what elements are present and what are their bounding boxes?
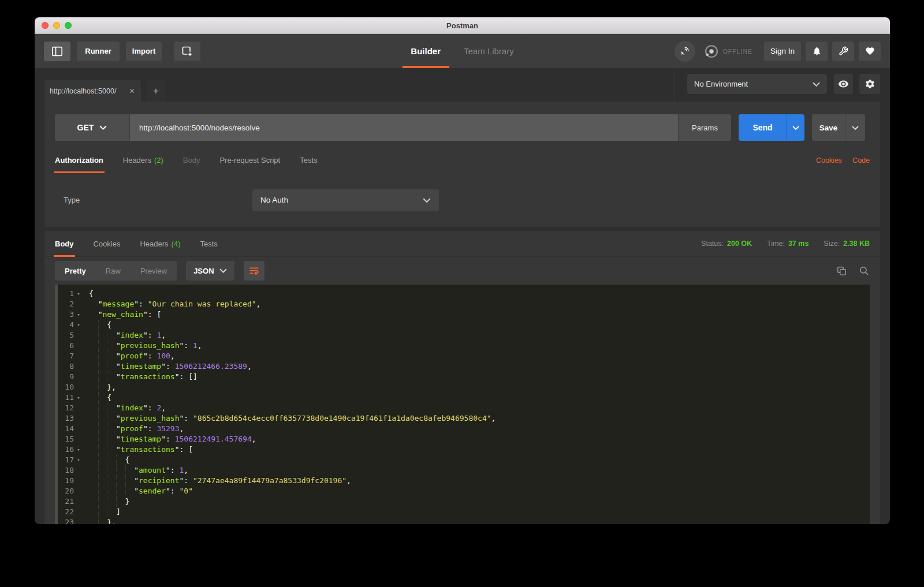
indent-spacer <box>89 392 98 403</box>
indent-spacer <box>89 382 98 392</box>
view-mode-preview[interactable]: Preview <box>131 261 177 281</box>
close-tab-icon[interactable]: × <box>128 87 136 96</box>
environment-preview-button[interactable] <box>834 74 853 94</box>
code-text: { <box>89 455 129 465</box>
indent-spacer <box>89 424 98 434</box>
indent-spacer <box>89 444 98 455</box>
environment-select[interactable]: No Environment <box>687 74 827 94</box>
params-button[interactable]: Params <box>678 114 731 141</box>
satellite-icon <box>679 46 690 57</box>
tab-authorization[interactable]: Authorization <box>55 148 103 173</box>
proxy-button[interactable] <box>675 41 695 62</box>
save-button[interactable]: Save <box>812 114 845 141</box>
import-button[interactable]: Import <box>126 42 162 61</box>
view-mode-raw[interactable]: Raw <box>96 261 131 281</box>
response-tab-tests[interactable]: Tests <box>200 231 218 256</box>
heart-icon <box>865 46 875 56</box>
environment-select-value: No Environment <box>694 80 748 88</box>
auth-type-value: No Auth <box>260 196 288 204</box>
request-tab[interactable]: http://localhost:5000/ × <box>44 80 141 102</box>
response-meta: Status: 200 OK Time: 37 ms Size: 2.38 KB <box>701 240 870 248</box>
code-text: "timestamp": 1506212466.23589, <box>89 361 252 372</box>
language-select[interactable]: JSON <box>186 261 234 281</box>
chevron-down-icon <box>423 198 431 203</box>
indent-guide <box>98 330 107 341</box>
zoom-window-button[interactable] <box>65 22 72 29</box>
code-text: "index": 1, <box>89 330 166 341</box>
code-line: 7"proof": 100, <box>55 351 870 361</box>
sign-in-button[interactable]: Sign In <box>764 42 801 61</box>
indent-guide <box>98 455 107 465</box>
code-text: "sender": "0" <box>89 486 193 496</box>
tab-builder[interactable]: Builder <box>411 34 441 68</box>
search-button[interactable] <box>859 266 870 276</box>
indent-guide <box>107 486 116 496</box>
send-options-button[interactable] <box>787 114 804 141</box>
wrap-text-button[interactable] <box>244 261 264 281</box>
close-window-button[interactable] <box>42 22 49 29</box>
tab-prerequest-script[interactable]: Pre-request Script <box>219 148 280 173</box>
tab-body-label: Body <box>183 156 200 164</box>
indent-guide <box>98 341 107 351</box>
code-link[interactable]: Code <box>852 156 870 164</box>
top-toolbar: Runner Import Builder Team Library <box>35 34 890 68</box>
save-options-button[interactable] <box>845 114 865 141</box>
send-button[interactable]: Send <box>739 114 787 141</box>
minimize-window-button[interactable] <box>53 22 60 29</box>
tab-team-library[interactable]: Team Library <box>464 34 514 68</box>
response-tab-headers[interactable]: Headers (4) <box>140 231 180 256</box>
code-gutter: 19 <box>55 476 89 486</box>
code-gutter: 13 <box>55 413 89 424</box>
indent-guide <box>98 361 107 372</box>
fold-arrow-icon[interactable]: ▾ <box>74 309 83 320</box>
favorites-button[interactable] <box>859 42 881 61</box>
fold-arrow-icon[interactable]: ▾ <box>74 289 83 299</box>
response-tab-cookies[interactable]: Cookies <box>94 231 121 256</box>
fold-arrow-icon[interactable]: ▾ <box>74 455 83 465</box>
new-window-button[interactable] <box>174 42 200 61</box>
method-select[interactable]: GET <box>55 114 130 141</box>
sync-orbit-icon[interactable] <box>703 43 720 59</box>
indent-guide <box>98 320 107 330</box>
view-mode-pretty[interactable]: Pretty <box>55 261 96 281</box>
code-gutter: 22 <box>55 507 89 517</box>
notifications-button[interactable] <box>806 42 828 61</box>
fold-arrow-icon[interactable]: ▾ <box>74 320 83 330</box>
url-input[interactable] <box>130 114 678 141</box>
response-tab-body[interactable]: Body <box>55 231 74 256</box>
indent-guide <box>107 507 116 517</box>
new-tab-button[interactable]: + <box>146 80 166 102</box>
sidebar-toggle-button[interactable] <box>44 42 70 61</box>
language-value: JSON <box>193 267 214 275</box>
auth-type-select[interactable]: No Auth <box>252 189 439 211</box>
indent-guide <box>98 517 107 524</box>
runner-button[interactable]: Runner <box>77 42 120 61</box>
indent-guide <box>107 330 116 341</box>
code-text: } <box>89 496 129 507</box>
cookies-link[interactable]: Cookies <box>816 156 842 164</box>
tab-tests[interactable]: Tests <box>300 148 317 173</box>
indent-spacer <box>89 330 98 341</box>
indent-spacer <box>89 320 98 330</box>
indent-guide <box>125 486 135 496</box>
tab-headers[interactable]: Headers (2) <box>123 148 163 173</box>
environment-settings-button[interactable] <box>859 74 880 94</box>
code-text: "transactions": [ <box>89 444 193 455</box>
code-gutter: 12 <box>55 403 89 413</box>
code-line: 2"message": "Our chain was replaced", <box>55 299 870 309</box>
fold-arrow-icon[interactable]: ▾ <box>74 444 83 455</box>
settings-wrench-button[interactable] <box>832 42 854 61</box>
indent-guide <box>125 476 135 486</box>
code-line: 20"sender": "0" <box>55 486 870 496</box>
indent-guide <box>107 476 116 486</box>
wrench-icon <box>839 46 848 56</box>
tab-body[interactable]: Body <box>183 148 200 173</box>
request-links: Cookies Code <box>816 156 870 164</box>
response-body-viewer[interactable]: 1▾{2"message": "Our chain was replaced",… <box>55 285 870 524</box>
fold-arrow-icon[interactable]: ▾ <box>74 392 83 403</box>
indent-guide <box>107 434 116 444</box>
code-text: }, <box>89 517 116 524</box>
response-tab-headers-count: (4) <box>172 240 181 248</box>
code-gutter: 14 <box>55 424 89 434</box>
copy-button[interactable] <box>836 266 847 276</box>
